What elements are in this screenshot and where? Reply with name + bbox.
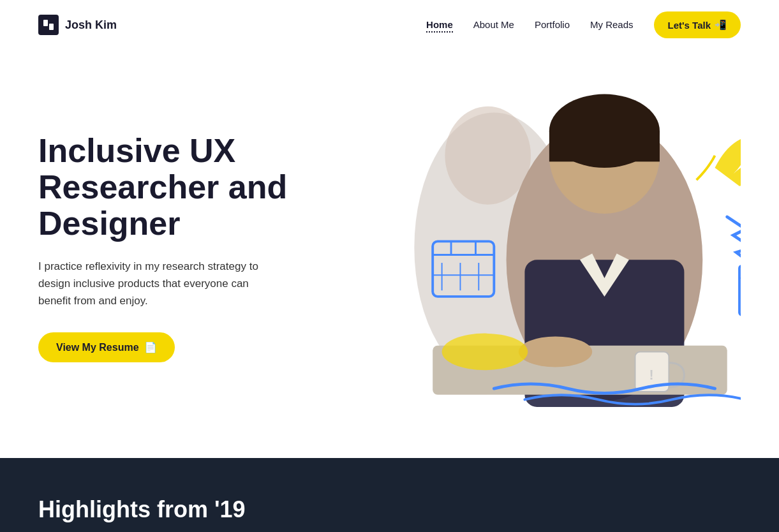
download-icon: 📄 bbox=[144, 341, 157, 353]
logo[interactable]: Josh Kim bbox=[38, 15, 117, 35]
hero-section: Inclusive UX Researcher and Designer I p… bbox=[0, 50, 779, 458]
resume-button[interactable]: View My Resume 📄 bbox=[38, 332, 175, 362]
svg-rect-7 bbox=[549, 131, 660, 161]
hero-subtitle: I practice reflexivity in my research st… bbox=[38, 258, 281, 310]
hero-illustration: ! bbox=[370, 88, 741, 407]
svg-rect-1 bbox=[49, 24, 54, 30]
highlights-title: Highlights from '19 bbox=[38, 496, 741, 523]
resume-label: View My Resume bbox=[56, 342, 139, 353]
svg-point-30 bbox=[442, 334, 528, 371]
hero-title: Inclusive UX Researcher and Designer bbox=[38, 133, 345, 242]
nav-item-about[interactable]: About Me bbox=[473, 19, 514, 31]
hero-image: ! bbox=[370, 88, 741, 407]
nav-link-portfolio[interactable]: Portfolio bbox=[535, 19, 570, 30]
svg-text:!: ! bbox=[649, 367, 654, 382]
navbar: Josh Kim Home About Me Portfolio My Read… bbox=[0, 0, 779, 50]
svg-rect-22 bbox=[739, 266, 741, 315]
nav-link-home[interactable]: Home bbox=[426, 19, 453, 33]
svg-point-13 bbox=[519, 336, 592, 367]
svg-point-3 bbox=[445, 107, 531, 205]
nav-links: Home About Me Portfolio My Reads Let's T… bbox=[426, 11, 741, 38]
nav-item-home[interactable]: Home bbox=[426, 19, 453, 31]
lets-talk-button[interactable]: Let's Talk 📲 bbox=[654, 11, 741, 38]
phone-icon: 📲 bbox=[715, 19, 727, 31]
svg-rect-0 bbox=[43, 20, 48, 26]
nav-cta[interactable]: Let's Talk 📲 bbox=[654, 11, 741, 38]
logo-text: Josh Kim bbox=[65, 18, 117, 32]
nav-item-portfolio[interactable]: Portfolio bbox=[535, 19, 570, 31]
nav-item-reads[interactable]: My Reads bbox=[590, 19, 634, 31]
nav-link-reads[interactable]: My Reads bbox=[590, 19, 634, 30]
hero-text-block: Inclusive UX Researcher and Designer I p… bbox=[38, 133, 345, 362]
lets-talk-label: Let's Talk bbox=[668, 20, 711, 31]
logo-icon bbox=[38, 15, 59, 35]
nav-link-about[interactable]: About Me bbox=[473, 19, 514, 30]
dark-section: Highlights from '19 Inclusive Design Thi… bbox=[0, 458, 779, 532]
